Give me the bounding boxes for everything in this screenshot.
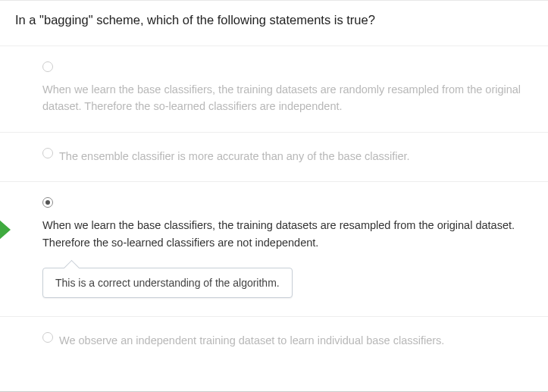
quiz-container: In a "bagging" scheme, which of the foll…: [0, 0, 548, 392]
option-1[interactable]: When we learn the base classifiers, the …: [0, 46, 548, 133]
option-text: When we learn the base classifiers, the …: [42, 81, 533, 115]
question-text: In a "bagging" scheme, which of the foll…: [0, 1, 548, 45]
radio-checked-icon[interactable]: [42, 197, 53, 208]
feedback-tooltip: This is a correct understanding of the a…: [42, 268, 293, 298]
option-3[interactable]: When we learn the base classifiers, the …: [0, 182, 548, 317]
options-list: When we learn the base classifiers, the …: [0, 45, 548, 366]
option-text: We observe an independent training datas…: [59, 332, 444, 349]
radio-unchecked-icon[interactable]: [42, 332, 53, 343]
option-2[interactable]: The ensemble classifier is more accurate…: [0, 133, 548, 182]
option-text: When we learn the base classifiers, the …: [42, 217, 533, 251]
option-text: The ensemble classifier is more accurate…: [59, 148, 410, 165]
option-4[interactable]: We observe an independent training datas…: [0, 317, 548, 365]
radio-unchecked-icon[interactable]: [42, 148, 53, 158]
radio-unchecked-icon[interactable]: [42, 61, 53, 72]
